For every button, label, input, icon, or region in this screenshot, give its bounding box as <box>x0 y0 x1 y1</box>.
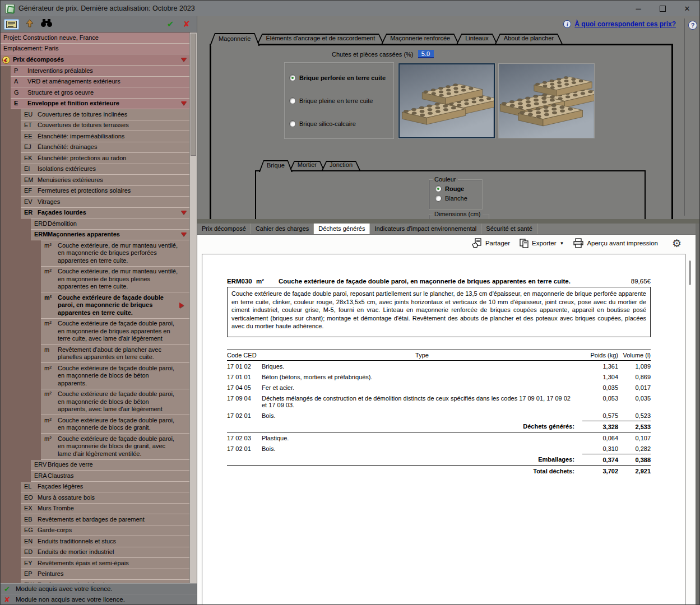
tab-about-de-plancher[interactable]: About de plancher <box>495 34 563 44</box>
tree-item-ef[interactable]: EFFermetures et protections solaires <box>1 186 189 197</box>
tree-item-label: Revêtements et bardages de parement <box>38 516 179 524</box>
tree-item-leaf[interactable]: m²Couche extérieure de façade double par… <box>1 319 189 345</box>
tree-item-er[interactable]: ERFaçades lourdes <box>1 208 189 219</box>
minimize-button[interactable]: ─ <box>634 4 643 13</box>
collapse-arrow-icon[interactable] <box>181 101 187 108</box>
cell-code: 17 02 03 <box>227 432 262 444</box>
tree-scrollbar-thumb[interactable] <box>191 34 196 156</box>
tree-item-leaf[interactable]: m²Couche extérieure de façade double par… <box>1 292 189 319</box>
tab-prix-d-compos-[interactable]: Prix décomposé <box>197 224 251 234</box>
radio-icon[interactable] <box>289 120 296 127</box>
tree-scrollbar[interactable] <box>189 32 197 583</box>
share-button[interactable]: Partager <box>469 237 513 249</box>
export-button[interactable]: Exporter ▼ <box>516 237 567 249</box>
radio-icon[interactable] <box>435 195 442 202</box>
tree-item-leaf[interactable]: m²Couche extérieure, de mur manteau vent… <box>1 240 189 267</box>
search-button[interactable] <box>40 18 53 30</box>
subtab-label: Jonction <box>322 161 360 169</box>
tree-root-prix-decomposes[interactable]: €Prix décomposés <box>1 54 189 66</box>
cell-type: Fer et acier. <box>262 382 582 393</box>
document-scrollbar[interactable] <box>689 258 692 482</box>
group-option[interactable]: Blanche <box>435 195 478 202</box>
tree-item-ed[interactable]: EDEnduits de mortier industriel <box>1 547 189 559</box>
tree-item-ex[interactable]: EXMurs Trombe <box>1 504 189 515</box>
up-level-button[interactable] <box>25 18 35 30</box>
tree-item-ey[interactable]: EYRevêtements épais et semi-épais <box>1 558 189 569</box>
subtab-brique[interactable]: Brique <box>259 160 293 172</box>
tree-item-e[interactable]: EEnveloppe et finition extérieure <box>1 99 189 110</box>
tab-indicateurs-d-impact-environnemental[interactable]: Indicateurs d'impact environnemental <box>370 224 481 234</box>
maximize-button[interactable] <box>660 6 666 12</box>
tab-linteaux[interactable]: Linteaux <box>456 34 498 44</box>
accept-button[interactable]: ✔ <box>167 19 174 29</box>
tree-item-erm[interactable]: ERMMaçonneries apparentes <box>1 230 189 241</box>
tree-item-en[interactable]: ENEnduits traditionnels et stucs <box>1 536 189 547</box>
tree-item-code: ERV <box>31 461 48 469</box>
subtab-jonction[interactable]: Jonction <box>322 161 360 170</box>
tree-item-era[interactable]: ERAClaustras <box>1 471 189 482</box>
tree-item-ei[interactable]: EIIsolations extérieures <box>1 164 189 175</box>
tree-item-leaf[interactable]: m²Couche extérieure de façade double par… <box>1 415 189 434</box>
brick-type-option[interactable]: Brique perforée en terre cuite <box>289 75 389 81</box>
tab-cahier-des-charges[interactable]: Cahier des charges <box>251 224 314 234</box>
table-row: 17 02 01Bois.0,5750,523 <box>227 410 651 421</box>
subtab-mortier[interactable]: Mortier <box>290 161 324 170</box>
brick-image-alt[interactable] <box>498 63 595 138</box>
tree-item-eu[interactable]: EUCouvertures de toitures inclinées <box>1 109 189 120</box>
document-scrollbar-thumb[interactable] <box>689 260 691 285</box>
tree-item-ep[interactable]: EPPeintures <box>1 569 189 580</box>
tab-s-curit-et-sant-[interactable]: Sécurité et santé <box>481 224 537 234</box>
collapse-arrow-icon[interactable] <box>181 232 187 239</box>
tree-item-unit: m² <box>41 417 58 432</box>
price-help-link[interactable]: À quoi correspondent ces prix? <box>574 20 676 28</box>
radio-icon[interactable] <box>289 97 296 104</box>
group-option[interactable]: Rouge <box>435 185 478 192</box>
tree-item-eg[interactable]: EGGarde-corps <box>1 525 189 537</box>
tree-item-et[interactable]: ETCouvertures de toitures terrasses <box>1 120 189 132</box>
tab-ma-onnerie[interactable]: Maçonnerie <box>210 33 259 46</box>
tree-item-erd[interactable]: ERDDémolition <box>1 218 189 230</box>
tree-item-erv[interactable]: ERVBriques de verre <box>1 460 189 471</box>
brick-type-option[interactable]: Brique pleine en terre cuite <box>289 97 389 104</box>
tree-item-ej[interactable]: EJÉtanchéité: drainages <box>1 142 189 153</box>
tree-item-el[interactable]: ELFaçades légères <box>1 482 189 493</box>
tab-d-chets-g-n-r-s[interactable]: Déchets générés <box>314 224 370 234</box>
settings-gear-icon[interactable]: ⚙ <box>672 237 682 249</box>
print-preview-button[interactable]: Aperçu avant impression <box>570 237 661 249</box>
tab--l-ments-d-ancrage-et-de-raccordement[interactable]: Éléments d'ancrage et de raccordement <box>257 34 384 44</box>
cancel-button[interactable]: ✘ <box>183 19 190 29</box>
tree-item-eb[interactable]: EBRevêtements et bardages de parement <box>1 514 189 525</box>
vertical-separator <box>684 18 685 216</box>
tree-item-a[interactable]: AVRD et aménagements extérieurs <box>1 77 189 88</box>
tab-ma-onnerie-renforc-e[interactable]: Maçonnerie renforcée <box>381 34 459 44</box>
cell-subtotal-label: Emballages: <box>227 454 582 466</box>
waste-input[interactable]: 5.0 <box>418 50 434 58</box>
cell-code: 17 09 04 <box>227 393 262 410</box>
help-icon[interactable]: ? <box>688 21 697 30</box>
detail-view-button[interactable] <box>4 19 19 30</box>
tree-item-ek[interactable]: EKÉtanchéité: protections au radon <box>1 153 189 164</box>
tree-item-code: EL <box>21 483 38 491</box>
close-button[interactable]: ✕ <box>683 4 692 13</box>
tree-item-leaf[interactable]: m²Couche extérieure, de mur manteau vent… <box>1 267 189 293</box>
radio-icon[interactable] <box>289 75 296 81</box>
tree-item-g[interactable]: GStructure et gros oeuvre <box>1 87 189 99</box>
tree-item-ee[interactable]: EEÉtanchéité: imperméabilisations <box>1 131 189 142</box>
tree-item-p[interactable]: PInterventions préalables <box>1 66 189 77</box>
waste-label: Chutes et pièces cassées (%) <box>332 51 414 58</box>
brick-image-selected[interactable] <box>398 63 495 138</box>
tree-item-leaf[interactable]: m²Couche extérieure de façade double par… <box>1 434 189 460</box>
tree-item-label: Revêtement d'about de plancher avec plan… <box>58 346 179 361</box>
tree-item-ev[interactable]: EVVitrages <box>1 197 189 208</box>
tree-item-leaf[interactable]: m²Couche extérieure de façade double par… <box>1 389 189 416</box>
tree-item-leaf[interactable]: m²Couche extérieure de façade double par… <box>1 363 189 389</box>
tree-item-em[interactable]: EMMenuiseries extérieures <box>1 175 189 186</box>
collapse-arrow-icon[interactable] <box>181 211 187 217</box>
tree-item-code: EB <box>21 516 38 524</box>
radio-icon[interactable] <box>435 185 442 192</box>
tree-item-leaf[interactable]: mRevêtement d'about de plancher avec pla… <box>1 345 189 363</box>
brick-type-option[interactable]: Brique silico-calcaire <box>289 120 389 127</box>
tree-item-eo[interactable]: EOMurs à ossature bois <box>1 492 189 504</box>
collapse-arrow-icon[interactable] <box>181 58 187 64</box>
tree-item-label: Couche extérieure de façade double paroi… <box>58 294 179 317</box>
